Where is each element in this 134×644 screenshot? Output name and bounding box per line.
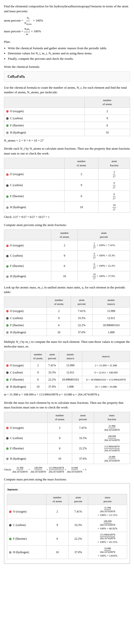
col-atom-pct: atompercent [68,494,88,505]
f-dot [6,378,9,381]
chemical-formula-header: Write the chemical formula: [4,64,130,69]
step2-section: Divide each N_i by N_atoms to calculate … [4,146,130,219]
f-pct: 22.2% [72,443,94,454]
col-percent: atompercent [78,230,130,240]
h-pct: 37.0% [45,383,59,390]
c-atoms: 9 [51,250,78,261]
step5-section: Multiply N_i by m_i to compute the mass … [4,340,130,397]
h-percent: 1027 × 100% = 37.0% [78,271,130,281]
o-dot [6,427,9,429]
h-dot [6,132,9,134]
f-dot [6,265,9,268]
col-mass-frac: massfraction [94,412,130,423]
h-dot [6,458,9,460]
f-dot [6,324,9,327]
o-fraction: 227 [98,169,130,180]
o-label: O (oxygen) [13,510,27,513]
f-label: F (fluorine) [10,264,24,268]
h-pct: 37.0% [72,454,94,464]
f-dot [6,447,9,450]
h-label: H (hydrogen) [10,131,26,134]
c-label: C (carbon) [10,254,23,257]
table-row: F (fluorine) 6 22.2% 113.990418978264.16… [4,443,130,454]
h-pct: 37.0% [71,328,92,336]
table-row: C (carbon) 9 33.3% 12.011 9 × 12.011 = 1… [4,369,130,376]
col-atom-pct: atompercent [71,296,92,307]
f-pct: 22.2% [68,532,88,545]
h-atoms: 10 [46,545,68,559]
h-dot [6,276,9,278]
page-title: Find the elemental composition for bis h… [4,4,130,14]
o-total: 2 × 15.999 = 31.998 [82,362,130,369]
f-dot [6,196,9,198]
f-label: F (fluorine) [10,378,24,381]
table-row: O (oxygen) 2 227 [4,169,130,180]
table-row: C (carbon) 9 927 × 100% = 33.3% [4,250,130,261]
o-pct: 7.41% [72,423,94,433]
col-atoms: numberof atoms [47,412,72,423]
h-mass-frac: 10.080264.167418978 [94,454,130,464]
f-percent: 627 × 100% = 22.2% [78,261,130,271]
f-atoms: 6 [46,532,68,545]
h-label: H (hydrogen) [10,274,26,278]
mass-percent-formula: mass percent = Nimim × 100% [4,27,130,36]
h-dot [9,551,12,554]
o-atoms: 2 [51,240,78,250]
c-dot [6,117,9,120]
o-pct: 7.41% [45,362,59,369]
col-mass: atomicmass/u [59,351,82,362]
table-row: C (carbon) 9 33.3% 108.099264.167418978×… [7,518,127,532]
plan-list: Write the chemical formula and gather at… [8,46,130,61]
o-atoms: 2 [31,362,45,369]
h-label: H (hydrogen) [10,206,26,209]
f-mass-frac: 113.990418978264.167418978 [94,443,130,454]
o-mass: 15.999 [59,362,82,369]
c-atoms: 9 [47,433,72,443]
formula-section: Write the chemical formula: C₉H₁₀F₆O₂ [4,64,130,82]
table-row: H (hydrogen) 10 1027 × 100% = 37.0% [4,271,130,281]
table-row: H (hydrogen) 10 37.0% 1.008 [4,328,130,336]
step5-header: Multiply N_i by m_i to compute the mass … [4,340,130,349]
h-atoms: 10 [31,383,45,390]
f-atoms: 6 [47,322,71,328]
col-atom-pct: atompercent [45,351,59,362]
f-dot [6,124,9,127]
table-row: O (oxygen) 2 227 × 100% = 7.41% [4,240,130,250]
h-pct: 37.0% [68,545,88,559]
table-row: F (fluorine) 6 22.2% 18.998403163 6 × 18… [4,376,130,383]
h-atoms: 10 [47,454,72,464]
o-dot [6,110,9,113]
o-label: O (oxygen) [10,364,24,367]
c-atoms: 9 [47,314,71,322]
table-row: O (oxygen) 2 7.41% 15.999 [4,307,130,314]
answer-label: Answer: [7,487,127,492]
o-atoms: 2 [46,505,68,518]
c-dot [6,437,9,440]
f-atoms: 6 [31,376,45,383]
step1-header: Use the chemical formula to count the nu… [4,85,130,95]
step6-section: Divide the mass for each element by m to… [4,400,130,474]
c-label: C (carbon) [10,436,23,440]
atom-fractions-table: numberof atoms atomfraction O (oxygen) 2… [4,158,130,213]
f-label: F (fluorine) [10,124,24,127]
step3-header: Compute atom percents using the atom fra… [4,222,130,228]
mass-fractions-table: numberof atoms atompercent massfraction … [4,412,130,464]
table-row: H (hydrogen) 10 37.0% 1.008 10 × 1.008 =… [4,383,130,390]
col-mass: atomicmass/u [92,296,130,307]
col-atoms: numberof atoms [85,97,130,108]
c-percent: 927 × 100% = 33.3% [78,250,130,261]
c-pct: 33.3% [72,433,94,443]
f-fraction: 627 [98,191,130,202]
f-atoms: 6 [47,443,72,454]
table-row: F (fluorine) 6 627 × 100% = 22.2% [4,261,130,271]
table-row: C (carbon) 9 33.3% 108.099264.167418978 [4,433,130,443]
c-dot [6,184,9,187]
f-pct: 22.2% [45,376,59,383]
h-mass-pct: 10.080264.167418978× 100% = 3.816% [88,545,127,559]
table-row: F (fluorine) 6 [4,122,130,129]
c-label: C (carbon) [10,184,23,187]
step3-section: Compute atom percents using the atom fra… [4,222,130,282]
table-row: H (hydrogen) 10 1027 [4,202,130,213]
c-dot [6,317,9,320]
table-row: H (hydrogen) 10 [4,129,130,136]
